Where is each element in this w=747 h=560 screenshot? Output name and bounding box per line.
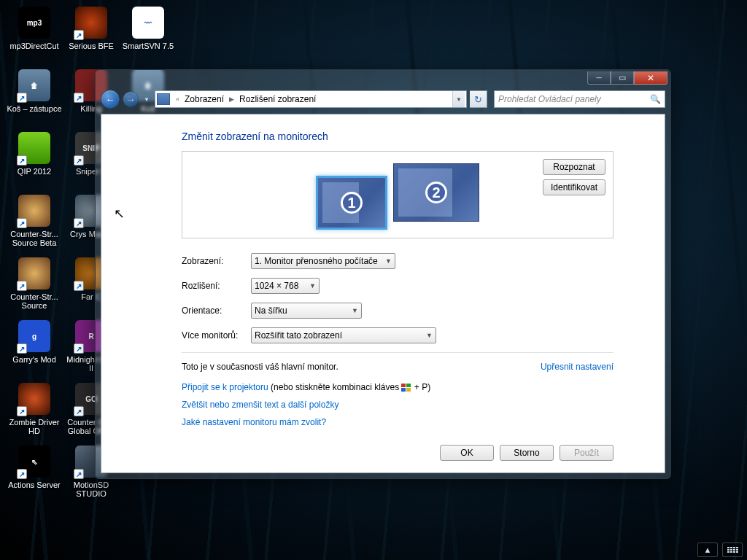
- multi-monitor-label: Více monitorů:: [182, 330, 251, 341]
- breadcrumb-display[interactable]: Zobrazení: [182, 93, 226, 106]
- which-settings-link[interactable]: Jaké nastavení monitoru mám zvolit?: [182, 417, 326, 427]
- desktop-icon[interactable]: mp3mp3DirectCut: [6, 4, 63, 66]
- multi-monitor-select[interactable]: Rozšířit tato zobrazení▼: [251, 327, 436, 343]
- desktop-icon-label: Counter-Str... Source: [7, 292, 62, 310]
- desktop-icon[interactable]: ↗Counter-Str... Source: [6, 254, 63, 317]
- shortcut-icon: ↗: [74, 469, 84, 479]
- search-input[interactable]: Prohledat Ovládací panely 🔍: [494, 90, 665, 108]
- search-placeholder: Prohledat Ovládací panely: [498, 94, 601, 104]
- desktop-icon-label: QIP 2012: [18, 167, 51, 176]
- desktop-icon[interactable]: ↗QIP 2012: [6, 129, 63, 192]
- shortcut-icon: ↗: [17, 406, 27, 416]
- desktop-icon-label: Counter-Str... Source Beta: [7, 230, 62, 247]
- primary-monitor-note: Toto je v současnosti váš hlavní monitor…: [182, 362, 338, 372]
- apply-button[interactable]: Použít: [560, 445, 614, 461]
- desktop-icon[interactable]: g↗Garry's Mod: [6, 317, 63, 380]
- projector-link[interactable]: Připojit se k projektoru: [182, 382, 268, 392]
- search-icon: 🔍: [650, 94, 661, 104]
- advanced-settings-link[interactable]: Upřesnit nastavení: [541, 362, 614, 372]
- desktop-icon[interactable]: ↗Zombie Driver HD: [6, 380, 63, 443]
- orientation-label: Orientace:: [182, 306, 251, 316]
- desktop-icon-label: Serious BFE: [69, 42, 114, 50]
- resolution-label: Rozlišení:: [182, 281, 251, 291]
- shortcut-icon: ↗: [74, 281, 84, 291]
- desktop-icon-label: Koš – zástupce: [7, 104, 61, 113]
- monitor-1[interactable]: 1: [316, 176, 387, 230]
- shortcut-icon: ↗: [74, 155, 84, 166]
- monitor-2[interactable]: 2: [393, 163, 479, 222]
- nav-history-dropdown[interactable]: ▼: [142, 91, 152, 107]
- shortcut-icon: ↗: [74, 343, 84, 354]
- shortcut-icon: ↗: [17, 281, 27, 291]
- desktop-icon-label: Actions Server: [8, 481, 61, 489]
- desktop-icon-label: MotionSD STUDIO: [63, 481, 119, 498]
- shortcut-icon: ↗: [74, 93, 84, 103]
- close-button[interactable]: ✕: [634, 71, 667, 85]
- forward-button[interactable]: →: [123, 91, 139, 107]
- cancel-button[interactable]: Storno: [500, 445, 554, 461]
- shortcut-icon: ↗: [17, 343, 27, 354]
- desktop-icon[interactable]: ⇖↗Actions Server: [6, 443, 63, 505]
- control-panel-icon: [157, 93, 170, 105]
- shortcut-icon: ↗: [17, 155, 27, 166]
- shortcut-icon: ↗: [17, 93, 27, 103]
- display-settings-window: ─ ▭ ✕ ← → ▼ « Zobrazení ▶ Rozlišení zobr…: [95, 69, 671, 479]
- page-title: Změnit zobrazení na monitorech: [182, 131, 614, 142]
- desktop-icon-label: Garry's Mod: [12, 355, 56, 364]
- desktop-icon-label: SmartSVN 7.5: [123, 42, 174, 50]
- desktop-icon-label: Zombie Driver HD: [7, 418, 62, 435]
- refresh-button[interactable]: ↻: [470, 90, 487, 108]
- back-button[interactable]: ←: [101, 90, 120, 109]
- monitor-layout-box[interactable]: 1 2 Rozpoznat Identifikovat: [182, 151, 614, 238]
- orientation-select[interactable]: Na šířku▼: [251, 303, 362, 319]
- titlebar: ─ ▭ ✕: [96, 70, 670, 88]
- maximize-button[interactable]: ▭: [611, 71, 634, 85]
- address-dropdown[interactable]: ▼: [452, 91, 465, 107]
- address-bar[interactable]: « Zobrazení ▶ Rozlišení zobrazení ▼: [155, 90, 467, 108]
- breadcrumb-resolution[interactable]: Rozlišení zobrazení: [237, 93, 318, 106]
- resolution-select[interactable]: 747 × 560▼: [251, 278, 320, 294]
- content-area: Změnit zobrazení na monitorech 1 2 Rozpo…: [101, 114, 665, 473]
- shortcut-icon: ↗: [74, 406, 84, 416]
- ok-button[interactable]: OK: [440, 445, 494, 461]
- shortcut-icon: ↗: [17, 218, 27, 228]
- shortcut-icon: ↗: [74, 30, 84, 40]
- desktop-icon[interactable]: ↗Serious BFE: [63, 4, 120, 66]
- identify-button[interactable]: Identifikovat: [543, 179, 605, 195]
- display-select[interactable]: 1. Monitor přenosného počítače▼: [251, 253, 395, 269]
- text-size-link[interactable]: Zvětšit nebo zmenšit text a další položk…: [182, 400, 338, 410]
- minimize-button[interactable]: ─: [587, 71, 611, 85]
- shortcut-icon: ↗: [74, 218, 84, 228]
- desktop-icon[interactable]: 🗑↗Koš – zástupce: [6, 66, 63, 129]
- desktop-icon[interactable]: 〰SmartSVN 7.5: [120, 4, 177, 66]
- system-tray: ▲: [697, 542, 743, 557]
- nav-toolbar: ← → ▼ « Zobrazení ▶ Rozlišení zobrazení …: [101, 88, 665, 111]
- desktop-icon[interactable]: ↗Counter-Str... Source Beta: [6, 192, 63, 254]
- desktop-icon-label: mp3DirectCut: [9, 42, 58, 50]
- display-label: Zobrazení:: [182, 256, 251, 266]
- osk-button[interactable]: [722, 542, 743, 557]
- tray-up-button[interactable]: ▲: [697, 542, 718, 557]
- detect-button[interactable]: Rozpoznat: [543, 159, 605, 175]
- shortcut-icon: ↗: [17, 469, 27, 479]
- windows-key-icon: [401, 384, 411, 392]
